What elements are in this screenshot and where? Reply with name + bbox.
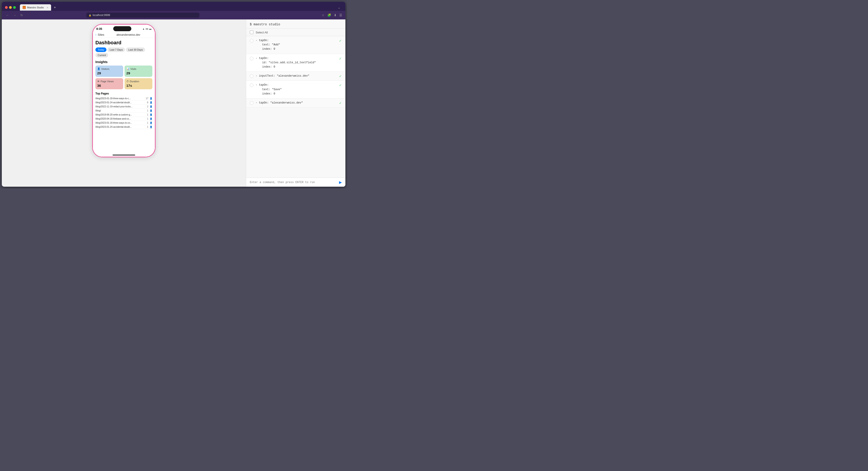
toolbar-right: ☆ 🧩 ⬇ ☰ [322, 13, 342, 17]
status-icons: ▲ ●● ▬ [143, 28, 151, 30]
page-row: /blog/ 1 👤 [95, 109, 152, 113]
page-count: 17 [146, 97, 148, 100]
visitors-header: 👤 Visitors [97, 67, 121, 70]
page-url: /blog/2023-01-18-three-ways-to-c... [95, 97, 145, 100]
command-check-2: ✓ [339, 57, 342, 60]
person-icon: 👤 [150, 114, 152, 116]
command-text-2: - tapOn: id: "sites.add.site_id_textfiel… [256, 56, 337, 69]
select-all-label: Select All [256, 31, 268, 34]
select-all-row[interactable]: Select All [246, 29, 345, 36]
maestro-panel: $ maestro studio Select All - tapOn: tex… [246, 20, 345, 187]
visits-card: 📊 Visits 29 [125, 66, 152, 77]
select-all-checkbox[interactable] [250, 31, 253, 34]
command-check-4: ✓ [339, 84, 342, 87]
command-item-4[interactable]: - tapOn: text: "Save" index: 0 ✓ [246, 81, 345, 98]
maestro-header: $ maestro studio [246, 20, 345, 29]
person-icon: 👤 [150, 105, 152, 108]
tab-title: Maestro Studio [27, 6, 44, 9]
minimize-button[interactable] [9, 6, 12, 9]
tab-favicon: 🦊 [23, 6, 26, 9]
page-url: /blog/2022-11-19-redact-your-locks... [95, 105, 146, 108]
app-nav-bar: ‹ Sites alexanderweiss.dev [93, 32, 155, 38]
person-icon: 👤 [150, 122, 152, 124]
new-tab-button[interactable]: + [54, 5, 56, 9]
command-input[interactable] [250, 181, 337, 184]
page-count: 1 [147, 122, 148, 124]
page-url: /blog/2019-06-20-write-a-custom-g... [95, 114, 146, 116]
filter-tabs: Today Last 7 Days Last 30 Days Current [95, 48, 152, 57]
page-row: /blog/2019-06-20-write-a-custom-g... 1 👤 [95, 113, 152, 117]
toolbar: ← → ↻ 🔒 localhost:9999 ☆ 🧩 ⬇ ☰ [2, 11, 345, 20]
wifi-icon: ▲ [143, 28, 145, 30]
browser-tab[interactable]: 🦊 Maestro Studio ✕ [20, 4, 51, 11]
maximize-button[interactable] [13, 6, 16, 9]
address-bar[interactable]: 🔒 localhost:9999 [86, 13, 199, 18]
visitors-value: 29 [97, 71, 121, 75]
command-item-2[interactable]: - tapOn: id: "sites.add.site_id_textfiel… [246, 54, 345, 72]
url-text: localhost:9999 [93, 13, 110, 17]
filter-tab-30days[interactable]: Last 30 Days [126, 48, 145, 52]
nav-url: alexanderweiss.dev [116, 33, 140, 36]
command-input-area: ▶ [246, 178, 345, 187]
command-radio-5[interactable] [250, 101, 253, 105]
visits-label: Visits [130, 68, 136, 70]
page-url: /blog/2023-01-18-three-ways-to-co... [95, 122, 146, 124]
reload-button[interactable]: ↻ [20, 13, 24, 18]
window-controls: ⌄ [338, 6, 342, 9]
person-icon: 👤 [150, 118, 152, 120]
status-bar: 8:35 ▲ ●● ▬ [93, 24, 155, 32]
page-url: /blog/ [95, 109, 146, 112]
duration-value: 17s [126, 84, 151, 88]
page-url: /blog/2023-01-24-accidental-doubl... [95, 101, 146, 104]
command-check-3: ✓ [339, 74, 342, 78]
duration-card: ⏱ Duration 17s [125, 78, 152, 89]
command-radio-2[interactable] [250, 57, 253, 60]
person-icon: 👤 [150, 97, 152, 100]
visits-header: 📊 Visits [126, 67, 151, 70]
command-item-5[interactable]: - tapOn: "alexanderweiss.dev" ✓ [246, 98, 345, 107]
page-url: /blog/2020-04-18-firebase-and-co... [95, 118, 146, 120]
page-row: /blog/2023-01-24-accidental-doubl... 1 👤 [95, 125, 152, 129]
run-button[interactable]: ▶ [339, 180, 342, 184]
close-button[interactable] [5, 6, 8, 9]
page-count: 1 [147, 126, 148, 128]
lock-icon: 🔒 [89, 14, 91, 17]
back-button[interactable]: ← [5, 13, 10, 18]
command-radio-4[interactable] [250, 84, 253, 87]
page-row: /blog/2023-01-18-three-ways-to-co... 1 👤 [95, 121, 152, 125]
person-icon: 👤 [150, 109, 152, 112]
insights-section-title: Insights [95, 60, 152, 64]
battery-icon: ▬ [149, 28, 151, 30]
bookmark-icon[interactable]: ☆ [322, 13, 324, 17]
page-row: /blog/2023-01-18-three-ways-to-c... 17 👤 [95, 96, 152, 101]
person-icon: 👤 [150, 101, 152, 104]
visitors-label: Visitors [101, 68, 110, 70]
filter-tab-today[interactable]: Today [95, 48, 106, 52]
back-nav[interactable]: ‹ Sites [95, 33, 104, 36]
duration-header: ⏱ Duration [126, 80, 151, 83]
home-indicator [113, 155, 135, 156]
page-count: 1 [147, 114, 148, 116]
command-radio-3[interactable] [250, 74, 253, 78]
simulator-area: 8:35 ▲ ●● ▬ ‹ Sites alexanderweiss.dev [2, 20, 246, 187]
extensions-icon[interactable]: 🧩 [327, 13, 331, 17]
status-time: 8:35 [96, 27, 102, 31]
page-url: /blog/2023-01-24-accidental-doubl... [95, 126, 146, 128]
command-item-1[interactable]: - tapOn: text: "Add" index: 0 ✓ [246, 36, 345, 54]
visitors-icon: 👤 [97, 67, 100, 70]
page-count: 6 [147, 101, 148, 104]
maestro-title: $ maestro studio [250, 23, 342, 26]
page-row: /blog/2020-04-18-firebase-and-co... 1 👤 [95, 117, 152, 121]
downloads-icon[interactable]: ⬇ [334, 13, 337, 17]
forward-button[interactable]: → [12, 13, 17, 18]
tab-close-button[interactable]: ✕ [46, 6, 49, 9]
filter-tab-current[interactable]: Current [95, 53, 108, 57]
menu-icon[interactable]: ☰ [339, 13, 342, 17]
command-radio-1[interactable] [250, 39, 253, 42]
page-count: 1 [147, 109, 148, 112]
command-text-3: - inputText: "alexanderweiss.dev" [256, 74, 337, 78]
command-item-3[interactable]: - inputText: "alexanderweiss.dev" ✓ [246, 72, 345, 81]
command-list: - tapOn: text: "Add" index: 0 ✓ - tapOn:… [246, 36, 345, 178]
pageviews-value: 36 [97, 84, 121, 88]
filter-tab-7days[interactable]: Last 7 Days [107, 48, 125, 52]
